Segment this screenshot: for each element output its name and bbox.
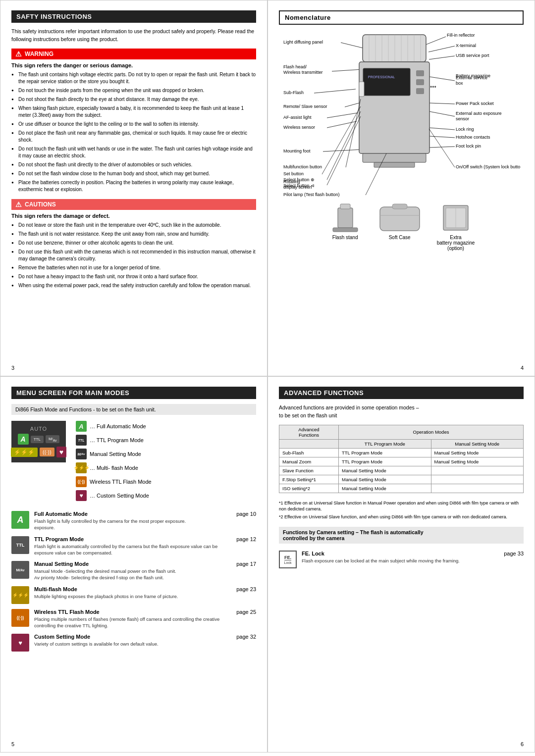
fe-lock-icon: FE. Lock [279,551,297,568]
warning-box: ⚠ WARNING [11,49,256,59]
custom-desc-icon: ♥ [11,634,29,652]
svg-line-22 [429,77,455,81]
ttl-mode-icon: TTL [76,435,87,446]
svg-line-17 [428,46,455,52]
table-cell-zoom-manual: Manual Setting Mode [431,457,524,466]
table-row: F.Stop Setting*1 Manual Setting Mode [279,475,524,484]
svg-rect-52 [359,82,364,97]
cautions-box: ⚠ CAUTIONS [11,199,256,210]
table-row: Manual Zoom TTL Program Mode Manual Sett… [279,457,524,466]
svg-text:Mounting foot: Mounting foot [283,149,311,153]
list-item: When using the external power pack, read… [11,282,256,289]
list-item: Do not shoot the flash unit directly to … [11,161,256,168]
ttl-desc-title: TTL Program Mode [34,536,84,542]
table-cell-fstop: F.Stop Setting*1 [279,475,339,484]
multi-label: … Multi- flash Mode [90,465,138,471]
multi-desc-text: Multi-flash Mode page 23 Multiple lighti… [34,586,256,600]
mav-icon: M/Av [46,435,60,444]
svg-line-3 [332,69,363,71]
camera-fn-box: Functions by Camera setting – The flash … [279,527,524,544]
ttl-label: … TTL Program Mode [90,437,144,443]
modes-list: A … Full Automatic Mode TTL … TTL Progra… [76,421,152,501]
svg-text:Wireless sensor: Wireless sensor [283,125,315,130]
svg-text:box: box [456,81,463,86]
svg-rect-72 [380,207,420,231]
fe-lock-desc: Flash exposure can be locked at the main… [302,558,524,563]
svg-line-31 [429,136,455,138]
svg-line-33 [429,147,455,148]
svg-line-27 [429,111,455,116]
table-subheader-ttl: TTL Program Mode [339,439,431,448]
soft-case-label: Soft Case [389,235,411,240]
svg-rect-34 [363,35,426,62]
safety-title: SAFTY INSTRUCTIONS [16,13,92,20]
ttl-desc-row: TTL TTL Program Mode page 12 Flash light… [11,536,256,556]
list-item: Do not use benzene, thinner or other alc… [11,240,256,247]
table-cell-slave: Slave Function [279,466,339,475]
ttl-desc-text: TTL Program Mode page 12 Flash light is … [34,536,256,556]
svg-text:Pilot lamp (Test flash button): Pilot lamp (Test flash button) [283,192,340,197]
table-header-functions: AdvancedFunctions [279,425,339,439]
nomenclature-header: Nomenclature [279,10,524,25]
svg-line-11 [327,121,357,128]
mode-wireless: ((·)) Wireless TTL Flash Mode [76,476,152,487]
svg-text:On/Off switch (System lock but: On/Off switch (System lock button) [456,164,520,169]
svg-text:Power Pack socket: Power Pack socket [456,101,494,106]
list-item: Or use diffuser or bounce the light to t… [11,121,256,128]
svg-text:Fill-in reflector: Fill-in reflector [447,33,475,38]
menu-title: MENU SCREEN FOR MAIN MODES [16,389,129,397]
flash-stand-icon [328,203,363,233]
page-number-5: 5 [11,741,14,747]
battery-magazine-icon [438,203,473,233]
camera-fn-header: Functions by Camera setting – The flash … [283,529,424,541]
page-number-4: 4 [521,365,524,371]
svg-line-13 [323,150,362,151]
wireless-label: Wireless TTL Flash Mode [90,479,152,485]
custom-desc-text: Custom Setting Mode page 32 Variety of c… [34,634,256,647]
battery-magazine-item: Extrabattery magazine(option) [437,203,475,251]
svg-line-59 [346,99,361,167]
auto-label: AUTO [30,426,47,432]
warning-icon: ⚠ [15,50,22,58]
nomenclature-page: Nomenclature Light diffusing panel Flash… [268,0,535,376]
wireless-desc-icon: ((·)) [11,609,29,627]
svg-line-60 [322,106,361,174]
mode-ttl: TTL … TTL Program Mode [76,435,152,446]
wireless-mode-icon: ((·)) [76,476,87,487]
svg-text:Remote/ Slave sensor: Remote/ Slave sensor [283,104,327,109]
svg-rect-45 [363,68,410,96]
svg-text:X-terminal: X-terminal [456,43,476,48]
wireless-icon: ((·)) [40,448,54,456]
table-header-operation: Operation Modes [339,425,524,439]
svg-line-66 [429,129,455,167]
multi-page: page 23 [236,586,256,592]
mode-custom: ♥ … Custom Setting Mode [76,490,152,501]
table-cell-iso: ISO setting*2 [279,484,339,493]
list-item: When taking flash picture, especially to… [11,105,256,119]
list-item: Do not set the flash window close to the… [11,170,256,177]
full-auto-page: page 10 [236,511,256,517]
list-item: The flash unit contains high voltage ele… [11,71,256,85]
menu-page: MENU SCREEN FOR MAIN MODES Di866 Flash M… [0,376,268,753]
svg-rect-48 [416,79,424,85]
svg-text:sensor: sensor [456,116,469,121]
flash-stand-item: Flash stand [328,203,363,240]
cautions-sign: This sign refers the damage or defect. [11,213,256,219]
mode-full-auto: A … Full Automatic Mode [76,421,152,432]
warning-sign: This sign refers the danger or serious d… [11,62,256,68]
svg-text:Foot lock pin: Foot lock pin [456,144,481,149]
full-auto-desc-icon: A [11,511,29,529]
menu-main-section: AUTO A TTL M/Av ⚡⚡⚡ ((·)) ♥ A … Full Aut… [11,421,256,501]
list-item: The flash unit is not water resistance. … [11,231,256,238]
ttl-desc-body: Flash light is automatically controlled … [34,543,256,556]
table-cell-slave-ttl: Manual Setting Mode [339,466,431,475]
manual-page: page 17 [236,561,256,567]
svg-text:Battery magazine: Battery magazine [456,73,490,78]
svg-line-19 [429,56,455,59]
fe-lock-page: page 33 [504,551,524,556]
table-cell-iso-manual [431,484,524,493]
manual-desc-text: Manual Setting Mode page 17 Manual Mode … [34,561,256,581]
multi-mode-icon: ⚡⚡⚡ [76,462,87,473]
multi-desc-icon: ⚡⚡⚡ [11,586,29,604]
manual-desc-icon: M/Av [11,561,29,579]
